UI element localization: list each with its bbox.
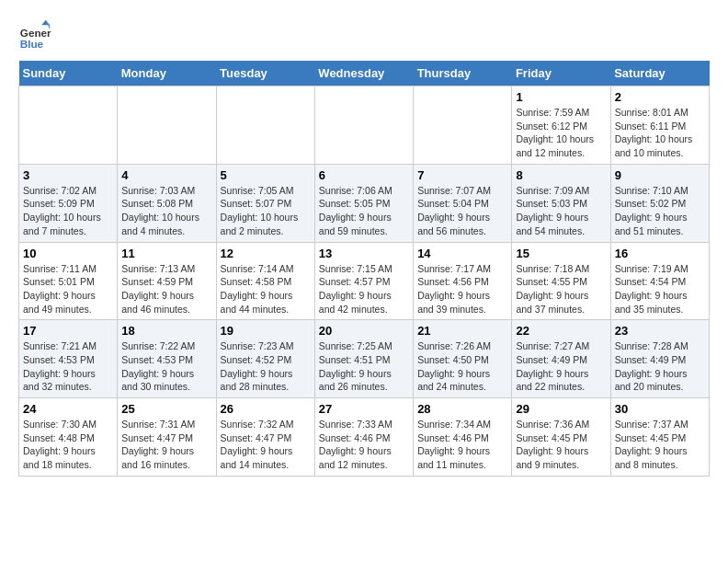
calendar-cell: 11Sunrise: 7:13 AM Sunset: 4:59 PM Dayli… — [118, 242, 216, 320]
day-number: 30 — [615, 402, 705, 416]
calendar-week-1: 3Sunrise: 7:02 AM Sunset: 5:09 PM Daylig… — [19, 164, 710, 242]
day-number: 23 — [615, 324, 705, 338]
day-info: Sunrise: 7:18 AM Sunset: 4:55 PM Dayligh… — [516, 262, 606, 316]
day-number: 24 — [23, 402, 113, 416]
day-number: 21 — [417, 324, 507, 338]
day-info: Sunrise: 7:05 AM Sunset: 5:07 PM Dayligh… — [221, 184, 311, 238]
day-number: 17 — [23, 324, 113, 338]
svg-text:Blue: Blue — [20, 38, 44, 50]
day-info: Sunrise: 7:30 AM Sunset: 4:48 PM Dayligh… — [23, 418, 113, 472]
day-number: 7 — [417, 168, 507, 182]
calendar-cell: 17Sunrise: 7:21 AM Sunset: 4:53 PM Dayli… — [19, 320, 118, 398]
calendar-cell — [118, 86, 216, 165]
day-info: Sunrise: 7:14 AM Sunset: 4:58 PM Dayligh… — [221, 262, 311, 316]
day-number: 10 — [23, 247, 113, 260]
day-number: 4 — [121, 168, 211, 182]
day-info: Sunrise: 7:11 AM Sunset: 5:01 PM Dayligh… — [23, 262, 113, 316]
day-number: 19 — [221, 324, 311, 338]
calendar-cell: 2Sunrise: 8:01 AM Sunset: 6:11 PM Daylig… — [610, 86, 709, 165]
calendar-cell: 29Sunrise: 7:36 AM Sunset: 4:45 PM Dayli… — [512, 398, 610, 477]
calendar-cell — [19, 86, 118, 165]
day-number: 20 — [319, 324, 409, 338]
calendar-week-0: 1Sunrise: 7:59 AM Sunset: 6:12 PM Daylig… — [19, 86, 710, 165]
day-info: Sunrise: 7:36 AM Sunset: 4:45 PM Dayligh… — [516, 418, 606, 472]
calendar-cell: 16Sunrise: 7:19 AM Sunset: 4:54 PM Dayli… — [610, 242, 709, 320]
day-info: Sunrise: 7:34 AM Sunset: 4:46 PM Dayligh… — [417, 418, 507, 472]
day-number: 28 — [417, 402, 507, 416]
calendar-cell: 14Sunrise: 7:17 AM Sunset: 4:56 PM Dayli… — [414, 242, 512, 320]
calendar-cell: 28Sunrise: 7:34 AM Sunset: 4:46 PM Dayli… — [414, 398, 512, 477]
calendar-cell: 1Sunrise: 7:59 AM Sunset: 6:12 PM Daylig… — [512, 86, 610, 165]
calendar-cell: 26Sunrise: 7:32 AM Sunset: 4:47 PM Dayli… — [216, 398, 314, 477]
header: General Blue — [18, 18, 710, 52]
day-info: Sunrise: 7:23 AM Sunset: 4:52 PM Dayligh… — [221, 339, 311, 394]
calendar-cell: 22Sunrise: 7:27 AM Sunset: 4:49 PM Dayli… — [512, 320, 610, 398]
calendar-cell: 8Sunrise: 7:09 AM Sunset: 5:03 PM Daylig… — [512, 164, 610, 242]
day-number: 22 — [516, 324, 606, 338]
weekday-thursday: Thursday — [414, 61, 512, 86]
day-number: 8 — [516, 168, 606, 182]
calendar-header: SundayMondayTuesdayWednesdayThursdayFrid… — [19, 61, 710, 86]
calendar-week-4: 24Sunrise: 7:30 AM Sunset: 4:48 PM Dayli… — [19, 398, 710, 477]
weekday-sunday: Sunday — [19, 61, 118, 86]
day-number: 5 — [221, 168, 311, 182]
calendar-week-2: 10Sunrise: 7:11 AM Sunset: 5:01 PM Dayli… — [19, 242, 710, 320]
weekday-header-row: SundayMondayTuesdayWednesdayThursdayFrid… — [19, 61, 710, 86]
calendar-cell: 25Sunrise: 7:31 AM Sunset: 4:47 PM Dayli… — [118, 398, 216, 477]
calendar-cell: 12Sunrise: 7:14 AM Sunset: 4:58 PM Dayli… — [216, 242, 314, 320]
day-info: Sunrise: 7:13 AM Sunset: 4:59 PM Dayligh… — [121, 262, 211, 316]
day-info: Sunrise: 7:02 AM Sunset: 5:09 PM Dayligh… — [23, 184, 113, 238]
calendar-body: 1Sunrise: 7:59 AM Sunset: 6:12 PM Daylig… — [19, 86, 710, 477]
day-info: Sunrise: 7:17 AM Sunset: 4:56 PM Dayligh… — [417, 262, 507, 316]
day-number: 6 — [319, 168, 409, 182]
day-info: Sunrise: 7:25 AM Sunset: 4:51 PM Dayligh… — [319, 339, 409, 394]
day-number: 16 — [615, 247, 705, 260]
day-info: Sunrise: 7:37 AM Sunset: 4:45 PM Dayligh… — [615, 418, 705, 472]
weekday-monday: Monday — [118, 61, 216, 86]
day-info: Sunrise: 7:31 AM Sunset: 4:47 PM Dayligh… — [121, 418, 211, 472]
weekday-wednesday: Wednesday — [314, 61, 413, 86]
day-number: 15 — [516, 247, 606, 260]
day-info: Sunrise: 7:26 AM Sunset: 4:50 PM Dayligh… — [417, 339, 507, 394]
day-info: Sunrise: 7:22 AM Sunset: 4:53 PM Dayligh… — [121, 339, 211, 394]
day-number: 9 — [615, 168, 705, 182]
day-number: 14 — [417, 247, 507, 260]
day-info: Sunrise: 7:09 AM Sunset: 5:03 PM Dayligh… — [516, 184, 606, 238]
calendar-cell: 13Sunrise: 7:15 AM Sunset: 4:57 PM Dayli… — [314, 242, 413, 320]
calendar-cell: 7Sunrise: 7:07 AM Sunset: 5:04 PM Daylig… — [414, 164, 512, 242]
day-info: Sunrise: 7:33 AM Sunset: 4:46 PM Dayligh… — [319, 418, 409, 472]
calendar-cell: 24Sunrise: 7:30 AM Sunset: 4:48 PM Dayli… — [19, 398, 118, 477]
weekday-saturday: Saturday — [610, 61, 709, 86]
day-info: Sunrise: 8:01 AM Sunset: 6:11 PM Dayligh… — [615, 106, 705, 160]
calendar-cell: 3Sunrise: 7:02 AM Sunset: 5:09 PM Daylig… — [19, 164, 118, 242]
calendar-cell: 15Sunrise: 7:18 AM Sunset: 4:55 PM Dayli… — [512, 242, 610, 320]
calendar-cell: 6Sunrise: 7:06 AM Sunset: 5:05 PM Daylig… — [314, 164, 413, 242]
calendar-cell: 10Sunrise: 7:11 AM Sunset: 5:01 PM Dayli… — [19, 242, 118, 320]
calendar-cell: 5Sunrise: 7:05 AM Sunset: 5:07 PM Daylig… — [216, 164, 314, 242]
day-number: 2 — [615, 90, 705, 104]
calendar-cell — [414, 86, 512, 165]
logo-icon: General Blue — [18, 18, 51, 52]
calendar-cell: 20Sunrise: 7:25 AM Sunset: 4:51 PM Dayli… — [314, 320, 413, 398]
calendar-cell — [314, 86, 413, 165]
day-number: 18 — [121, 324, 211, 338]
day-number: 25 — [121, 402, 211, 416]
calendar-cell — [216, 86, 314, 165]
day-info: Sunrise: 7:06 AM Sunset: 5:05 PM Dayligh… — [319, 184, 409, 238]
day-number: 13 — [319, 247, 409, 260]
day-info: Sunrise: 7:59 AM Sunset: 6:12 PM Dayligh… — [516, 106, 606, 160]
day-info: Sunrise: 7:07 AM Sunset: 5:04 PM Dayligh… — [417, 184, 507, 238]
day-info: Sunrise: 7:27 AM Sunset: 4:49 PM Dayligh… — [516, 339, 606, 394]
weekday-tuesday: Tuesday — [216, 61, 314, 86]
day-number: 1 — [516, 90, 606, 104]
day-info: Sunrise: 7:28 AM Sunset: 4:49 PM Dayligh… — [615, 339, 705, 394]
calendar-week-3: 17Sunrise: 7:21 AM Sunset: 4:53 PM Dayli… — [19, 320, 710, 398]
day-number: 27 — [319, 402, 409, 416]
day-info: Sunrise: 7:19 AM Sunset: 4:54 PM Dayligh… — [615, 262, 705, 316]
day-info: Sunrise: 7:21 AM Sunset: 4:53 PM Dayligh… — [23, 339, 113, 394]
day-number: 3 — [23, 168, 113, 182]
day-number: 29 — [516, 402, 606, 416]
logo: General Blue — [18, 18, 57, 52]
day-info: Sunrise: 7:10 AM Sunset: 5:02 PM Dayligh… — [615, 184, 705, 238]
day-number: 26 — [221, 402, 311, 416]
